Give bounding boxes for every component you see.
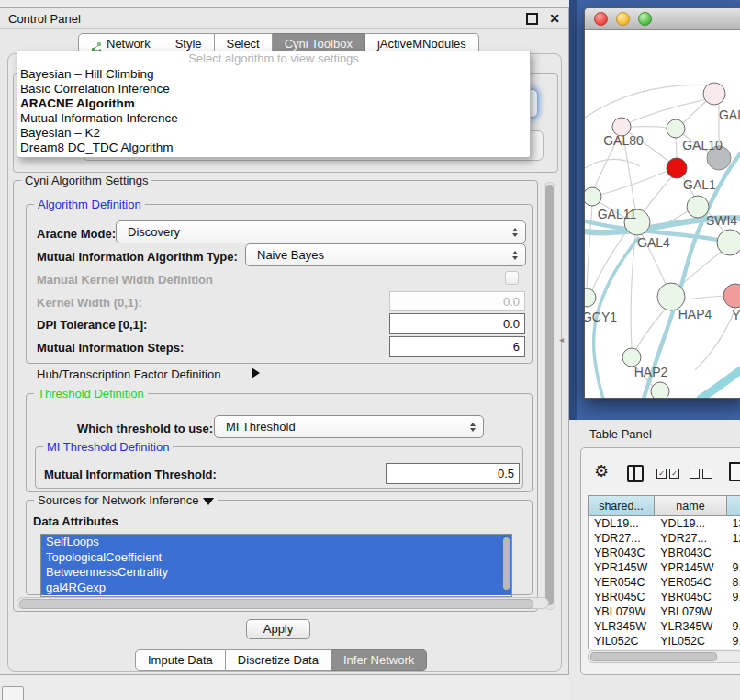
control-panel-titlebar: Control Panel ✕	[0, 8, 568, 29]
mi-threshold-label: Mutual Information Threshold:	[44, 468, 217, 481]
group-title: Threshold Definition	[34, 387, 148, 401]
table-row[interactable]: YDL19...YDL19...13	[589, 516, 740, 531]
dropdown-item[interactable]: ARACNE Algorithm	[17, 96, 530, 111]
table-row[interactable]: YBL079WYBL079W	[589, 604, 740, 619]
table-row[interactable]: YER054CYER054C8.	[589, 575, 740, 590]
desktop-shadow-strip	[569, 0, 577, 420]
scrollbar-thumb[interactable]	[590, 652, 717, 661]
float-window-icon[interactable]	[526, 13, 538, 25]
hub-definition-expander[interactable]: Hub/Transcription Factor Definition	[37, 367, 220, 381]
scrollbar-thumb[interactable]	[503, 537, 510, 590]
mi-threshold-field[interactable]: 0.5	[386, 463, 520, 484]
group-title: Sources for Network Inference	[34, 493, 218, 507]
expander-arrow-icon[interactable]	[252, 367, 260, 378]
node-gcy1[interactable]	[585, 288, 596, 307]
mi-steps-field[interactable]: 6	[389, 336, 525, 357]
node-gal11[interactable]	[585, 187, 601, 206]
node-hap2[interactable]	[622, 348, 641, 367]
dropdown-item[interactable]: Bayesian – K2	[17, 126, 530, 141]
list-item[interactable]: SelfLoops	[41, 535, 511, 550]
column-header-partial[interactable]	[727, 495, 740, 516]
table-export-icon[interactable]	[729, 462, 740, 481]
tab-discretize-data[interactable]: Discretize Data	[226, 649, 331, 671]
data-attributes-list: SelfLoops TopologicalCoefficient Between…	[40, 534, 512, 597]
node-label: GAL4	[637, 235, 670, 250]
node-gal10[interactable]	[667, 119, 685, 138]
column-header-shared[interactable]: shared...	[588, 495, 655, 516]
close-button[interactable]	[594, 12, 608, 26]
panel-divider-handle[interactable]: ◂	[559, 334, 564, 344]
manual-kernel-checkbox[interactable]	[505, 271, 519, 285]
group-title: Cyni Algorithm Settings	[21, 174, 151, 187]
columns-icon[interactable]	[627, 465, 644, 482]
kernel-width-label: Kernel Width (0,1):	[37, 296, 142, 310]
node-table: shared... name YDL19...YDL19...13 YDR27.…	[588, 495, 740, 649]
table-horizontal-scrollbar[interactable]	[588, 650, 740, 663]
which-threshold-label: Which threshold to use:	[77, 422, 213, 435]
network-canvas[interactable]: GAL GAL80 GAL10 GAL1 GAL11 SWI4 GAL4 GCY…	[585, 30, 740, 398]
corner-grip-button[interactable]	[2, 686, 24, 700]
node-label: SWI4	[706, 213, 737, 228]
control-panel-title: Control Panel	[8, 12, 526, 26]
network-edges-strong	[585, 139, 740, 398]
settings-horizontal-scrollbar[interactable]	[17, 597, 549, 609]
algorithm-dropdown-popup: Select algorithm to view settings Bayesi…	[17, 51, 531, 158]
aracne-mode-label: Aracne Mode:	[37, 227, 116, 241]
table-row[interactable]: YIL052CYIL052C9.	[589, 634, 740, 649]
table-row[interactable]: YBR045CYBR045C9.	[589, 590, 740, 604]
node-label: Y	[732, 308, 740, 322]
apply-button[interactable]: Apply	[246, 619, 310, 639]
screenshot-root: GAL GAL80 GAL10 GAL1 GAL11 SWI4 GAL4 GCY…	[0, 0, 740, 700]
which-threshold-select[interactable]: MI Threshold	[214, 415, 484, 438]
table-row[interactable]: YLR345WYLR345W9.	[589, 619, 740, 634]
tab-infer-network[interactable]: Infer Network	[331, 649, 427, 671]
list-item[interactable]: TopologicalCoefficient	[41, 550, 511, 566]
kernel-width-field[interactable]: 0.0	[389, 291, 525, 311]
zoom-button[interactable]	[638, 12, 652, 26]
data-attributes-label: Data Attributes	[33, 514, 118, 528]
deselect-all-checkboxes-icon[interactable]	[690, 469, 712, 479]
node-label: GAL11	[598, 207, 637, 221]
network-window-titlebar[interactable]	[585, 8, 740, 30]
select-all-checkboxes-icon[interactable]: ✓✓	[656, 469, 679, 479]
dropdown-item[interactable]: Bayesian – Hill Climbing	[17, 67, 530, 82]
table-card: ✓✓ shared... name YDL19...YDL19...13 YDR…	[580, 447, 740, 675]
dropdown-item[interactable]: Mutual Information Inference	[17, 111, 530, 126]
list-item[interactable]: gal4RGexp	[41, 581, 511, 596]
gear-icon[interactable]	[594, 463, 609, 480]
node-label: GAL	[719, 107, 740, 122]
table-row[interactable]: YDR27...YDR27...12	[589, 531, 740, 546]
column-header-name[interactable]: name	[655, 495, 727, 516]
dropdown-item[interactable]: Dream8 DC_TDC Algorithm	[17, 141, 530, 155]
node-right-green[interactable]	[717, 230, 740, 255]
node-right-pink[interactable]	[723, 284, 740, 308]
scrollbar-thumb[interactable]	[19, 599, 533, 609]
node-bottom-green[interactable]	[651, 382, 669, 398]
scrollbar-thumb[interactable]	[545, 185, 554, 605]
dpi-tolerance-field[interactable]: 0.0	[389, 313, 525, 334]
mi-type-select[interactable]: Naive Bayes	[245, 243, 526, 266]
dpi-tolerance-label: DPI Tolerance [0,1]:	[37, 318, 147, 332]
tab-impute-data[interactable]: Impute Data	[135, 649, 226, 671]
mi-type-label: Mutual Information Algorithm Type:	[37, 250, 238, 264]
network-window: GAL GAL80 GAL10 GAL1 GAL11 SWI4 GAL4 GCY…	[584, 7, 740, 399]
group-title: Algorithm Definition	[34, 198, 145, 211]
close-icon[interactable]: ✕	[549, 12, 560, 25]
table-header-row: shared... name	[588, 495, 740, 516]
collapse-arrow-icon[interactable]	[203, 498, 214, 505]
cyni-bottom-tabs: Impute Data Discretize Data Infer Networ…	[135, 649, 427, 671]
node-label: HAP4	[678, 307, 712, 322]
node-gal1[interactable]	[667, 158, 687, 178]
group-title: MI Threshold Definition	[43, 440, 173, 454]
table-row[interactable]: YBR043CYBR043C	[589, 546, 740, 560]
node-label: GAL1	[683, 177, 716, 192]
table-row[interactable]: YPR145WYPR145W9.	[589, 560, 740, 575]
minimize-button[interactable]	[616, 12, 630, 26]
node-top-pink[interactable]	[703, 83, 725, 105]
dropdown-item[interactable]: Basic Correlation Inference	[17, 82, 530, 96]
spinner-arrows-icon	[512, 251, 518, 260]
spinner-arrows-icon	[470, 423, 476, 432]
list-item[interactable]: BetweennessCentrality	[41, 565, 511, 581]
aracne-mode-select[interactable]: Discovery	[116, 220, 526, 243]
settings-vertical-scrollbar[interactable]	[544, 182, 555, 610]
